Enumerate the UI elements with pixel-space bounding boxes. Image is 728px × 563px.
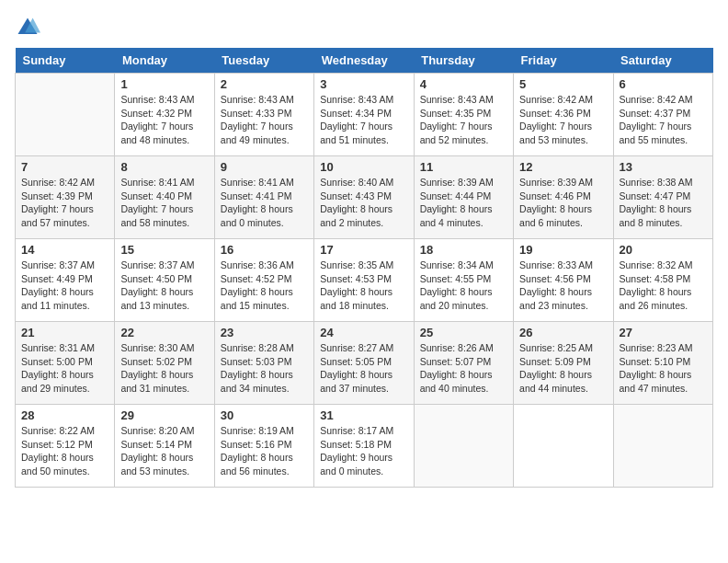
calendar-header-row: SundayMondayTuesdayWednesdayThursdayFrid…	[16, 48, 713, 74]
cell-info: Sunrise: 8:28 AMSunset: 5:03 PMDaylight:…	[221, 342, 294, 394]
day-number: 17	[320, 243, 407, 257]
cell-info: Sunrise: 8:33 AMSunset: 4:56 PMDaylight:…	[519, 259, 593, 311]
day-number: 18	[420, 243, 507, 257]
calendar-cell	[414, 405, 513, 488]
cell-info: Sunrise: 8:39 AMSunset: 4:44 PMDaylight:…	[420, 177, 494, 228]
calendar-cell: 5Sunrise: 8:42 AMSunset: 4:36 PMDaylight…	[514, 74, 613, 156]
day-number: 23	[221, 326, 308, 339]
cell-info: Sunrise: 8:26 AMSunset: 5:07 PMDaylight:…	[420, 342, 494, 394]
header-tuesday: Tuesday	[214, 48, 313, 74]
header-saturday: Saturday	[613, 48, 712, 74]
cell-info: Sunrise: 8:43 AMSunset: 4:33 PMDaylight:…	[221, 94, 294, 145]
cell-info: Sunrise: 8:41 AMSunset: 4:40 PMDaylight:…	[120, 177, 194, 228]
day-number: 3	[320, 77, 407, 91]
day-number: 9	[221, 160, 308, 174]
day-number: 10	[320, 160, 407, 174]
calendar-cell: 4Sunrise: 8:43 AMSunset: 4:35 PMDaylight…	[414, 74, 513, 156]
day-number: 14	[21, 243, 108, 257]
header-monday: Monday	[115, 48, 214, 74]
calendar-cell: 30Sunrise: 8:19 AMSunset: 5:16 PMDayligh…	[214, 405, 313, 488]
day-number: 11	[420, 160, 507, 174]
calendar-cell: 23Sunrise: 8:28 AMSunset: 5:03 PMDayligh…	[214, 322, 313, 405]
calendar-cell: 21Sunrise: 8:31 AMSunset: 5:00 PMDayligh…	[16, 322, 115, 405]
calendar-cell: 19Sunrise: 8:33 AMSunset: 4:56 PMDayligh…	[514, 239, 613, 322]
day-number: 26	[519, 326, 607, 339]
calendar-cell: 22Sunrise: 8:30 AMSunset: 5:02 PMDayligh…	[115, 322, 214, 405]
calendar-cell	[514, 405, 613, 488]
cell-info: Sunrise: 8:37 AMSunset: 4:50 PMDaylight:…	[120, 259, 194, 311]
calendar-cell: 2Sunrise: 8:43 AMSunset: 4:33 PMDaylight…	[214, 74, 313, 156]
cell-info: Sunrise: 8:42 AMSunset: 4:36 PMDaylight:…	[519, 94, 593, 145]
cell-info: Sunrise: 8:19 AMSunset: 5:16 PMDaylight:…	[221, 425, 294, 477]
calendar-week-row: 21Sunrise: 8:31 AMSunset: 5:00 PMDayligh…	[16, 322, 713, 405]
calendar-cell: 9Sunrise: 8:41 AMSunset: 4:41 PMDaylight…	[214, 156, 313, 239]
calendar-cell: 24Sunrise: 8:27 AMSunset: 5:05 PMDayligh…	[314, 322, 414, 405]
cell-info: Sunrise: 8:32 AMSunset: 4:58 PMDaylight:…	[620, 259, 693, 311]
calendar-cell: 14Sunrise: 8:37 AMSunset: 4:49 PMDayligh…	[16, 239, 115, 322]
calendar-cell	[16, 74, 115, 156]
cell-info: Sunrise: 8:40 AMSunset: 4:43 PMDaylight:…	[320, 177, 393, 228]
cell-info: Sunrise: 8:27 AMSunset: 5:05 PMDaylight:…	[320, 342, 393, 394]
calendar-cell: 26Sunrise: 8:25 AMSunset: 5:09 PMDayligh…	[514, 322, 613, 405]
cell-info: Sunrise: 8:20 AMSunset: 5:14 PMDaylight:…	[120, 425, 194, 477]
cell-info: Sunrise: 8:35 AMSunset: 4:53 PMDaylight:…	[320, 259, 393, 311]
calendar-cell: 13Sunrise: 8:38 AMSunset: 4:47 PMDayligh…	[613, 156, 712, 239]
day-number: 12	[519, 160, 607, 174]
day-number: 4	[420, 77, 507, 91]
calendar-cell	[613, 405, 712, 488]
day-number: 28	[21, 408, 108, 422]
cell-info: Sunrise: 8:36 AMSunset: 4:52 PMDaylight:…	[221, 259, 294, 311]
day-number: 2	[221, 77, 308, 91]
calendar-cell: 12Sunrise: 8:39 AMSunset: 4:46 PMDayligh…	[514, 156, 613, 239]
cell-info: Sunrise: 8:30 AMSunset: 5:02 PMDaylight:…	[120, 342, 194, 394]
cell-info: Sunrise: 8:39 AMSunset: 4:46 PMDaylight:…	[519, 177, 593, 228]
calendar-cell: 31Sunrise: 8:17 AMSunset: 5:18 PMDayligh…	[314, 405, 414, 488]
page-header	[15, 15, 713, 40]
calendar-cell: 16Sunrise: 8:36 AMSunset: 4:52 PMDayligh…	[214, 239, 313, 322]
calendar-cell: 11Sunrise: 8:39 AMSunset: 4:44 PMDayligh…	[414, 156, 513, 239]
cell-info: Sunrise: 8:17 AMSunset: 5:18 PMDaylight:…	[320, 425, 393, 477]
cell-info: Sunrise: 8:43 AMSunset: 4:35 PMDaylight:…	[420, 94, 494, 145]
day-number: 13	[620, 160, 707, 174]
cell-info: Sunrise: 8:37 AMSunset: 4:49 PMDaylight:…	[21, 259, 95, 311]
calendar-cell: 27Sunrise: 8:23 AMSunset: 5:10 PMDayligh…	[613, 322, 712, 405]
calendar-cell: 20Sunrise: 8:32 AMSunset: 4:58 PMDayligh…	[613, 239, 712, 322]
cell-info: Sunrise: 8:38 AMSunset: 4:47 PMDaylight:…	[620, 177, 693, 228]
logo-icon	[15, 15, 40, 40]
day-number: 6	[620, 77, 707, 91]
calendar-cell: 29Sunrise: 8:20 AMSunset: 5:14 PMDayligh…	[115, 405, 214, 488]
cell-info: Sunrise: 8:42 AMSunset: 4:37 PMDaylight:…	[620, 94, 693, 145]
header-friday: Friday	[514, 48, 613, 74]
cell-info: Sunrise: 8:34 AMSunset: 4:55 PMDaylight:…	[420, 259, 494, 311]
calendar-cell: 18Sunrise: 8:34 AMSunset: 4:55 PMDayligh…	[414, 239, 513, 322]
calendar-cell: 8Sunrise: 8:41 AMSunset: 4:40 PMDaylight…	[115, 156, 214, 239]
calendar-cell: 15Sunrise: 8:37 AMSunset: 4:50 PMDayligh…	[115, 239, 214, 322]
day-number: 24	[320, 326, 407, 339]
day-number: 8	[120, 160, 208, 174]
day-number: 21	[21, 326, 108, 339]
day-number: 22	[120, 326, 208, 339]
day-number: 5	[519, 77, 607, 91]
day-number: 1	[120, 77, 208, 91]
cell-info: Sunrise: 8:41 AMSunset: 4:41 PMDaylight:…	[221, 177, 294, 228]
day-number: 25	[420, 326, 507, 339]
day-number: 20	[620, 243, 707, 257]
cell-info: Sunrise: 8:25 AMSunset: 5:09 PMDaylight:…	[519, 342, 593, 394]
calendar-cell: 28Sunrise: 8:22 AMSunset: 5:12 PMDayligh…	[16, 405, 115, 488]
day-number: 27	[620, 326, 707, 339]
day-number: 16	[221, 243, 308, 257]
day-number: 15	[120, 243, 208, 257]
calendar-table: SundayMondayTuesdayWednesdayThursdayFrid…	[15, 48, 713, 488]
cell-info: Sunrise: 8:22 AMSunset: 5:12 PMDaylight:…	[21, 425, 95, 477]
cell-info: Sunrise: 8:31 AMSunset: 5:00 PMDaylight:…	[21, 342, 95, 394]
calendar-cell: 17Sunrise: 8:35 AMSunset: 4:53 PMDayligh…	[314, 239, 414, 322]
logo	[15, 15, 44, 40]
day-number: 30	[221, 408, 308, 422]
calendar-cell: 25Sunrise: 8:26 AMSunset: 5:07 PMDayligh…	[414, 322, 513, 405]
calendar-cell: 1Sunrise: 8:43 AMSunset: 4:32 PMDaylight…	[115, 74, 214, 156]
cell-info: Sunrise: 8:43 AMSunset: 4:34 PMDaylight:…	[320, 94, 393, 145]
day-number: 29	[120, 408, 208, 422]
header-thursday: Thursday	[414, 48, 513, 74]
calendar-cell: 7Sunrise: 8:42 AMSunset: 4:39 PMDaylight…	[16, 156, 115, 239]
day-number: 7	[21, 160, 108, 174]
